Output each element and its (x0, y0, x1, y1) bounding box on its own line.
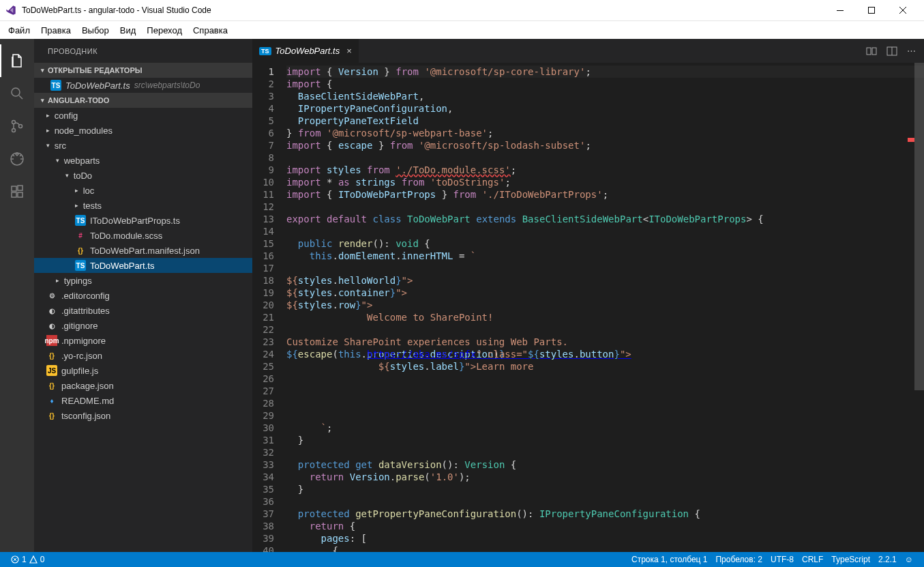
window-title: ToDoWebPart.ts - angular-todo - Visual S… (22, 5, 211, 15)
menubar: Файл Правка Выбор Вид Переход Справка (0, 20, 924, 39)
file-editorconfig[interactable]: ⚙.editorconfig (34, 288, 252, 303)
extensions-icon (9, 184, 25, 200)
vertical-scrollbar[interactable] (914, 63, 924, 552)
svg-rect-1 (869, 8, 875, 14)
svg-rect-11 (867, 48, 871, 55)
github-icon: ◐ (46, 320, 57, 331)
status-spaces[interactable]: Пробелов: 2 (711, 555, 766, 564)
svg-rect-9 (18, 192, 23, 197)
folder-tests[interactable]: ▸ tests (34, 198, 252, 213)
svg-rect-7 (12, 186, 16, 191)
line-numbers: 1234567891011121314151617181920212223242… (252, 63, 286, 552)
open-editors-header[interactable]: ▾ОТКРЫТЫЕ РЕДАКТОРЫ (34, 63, 252, 78)
overview-ruler[interactable] (908, 63, 914, 540)
svg-rect-10 (18, 186, 23, 190)
status-language[interactable]: TypeScript (827, 555, 874, 564)
compare-icon[interactable] (866, 46, 877, 57)
code-content[interactable]: import { Version } from '@microsoft/sp-c… (286, 63, 924, 552)
git-icon (9, 118, 25, 134)
ts-icon: TS (75, 215, 86, 226)
activity-explorer[interactable] (0, 44, 34, 77)
js-icon: JS (46, 365, 57, 376)
github-icon: ◐ (46, 305, 57, 316)
sidebar-title: ПРОВОДНИК (34, 39, 252, 63)
status-feedback[interactable]: ☺ (901, 555, 917, 564)
folder-typings[interactable]: ▸ typings (34, 273, 252, 288)
markdown-icon: ♦ (46, 395, 57, 406)
gear-icon: ⚙ (46, 290, 57, 301)
error-marker[interactable] (908, 138, 914, 142)
close-button[interactable] (887, 0, 919, 20)
debug-icon (9, 151, 25, 167)
ts-icon: TS (259, 47, 271, 55)
status-linecol[interactable]: Строка 1, столбец 1 (627, 555, 711, 564)
warning-icon (29, 555, 38, 564)
folder-loc[interactable]: ▸ loc (34, 183, 252, 198)
status-eol[interactable]: CRLF (798, 555, 827, 564)
menu-help[interactable]: Справка (188, 25, 233, 35)
file-gitattributes[interactable]: ◐.gitattributes (34, 303, 252, 318)
file-main[interactable]: TSToDoWebPart.ts (34, 258, 252, 273)
search-icon (9, 85, 25, 102)
file-gulpfile[interactable]: JSgulpfile.js (34, 363, 252, 378)
file-tsconfig[interactable]: {}tsconfig.json (34, 408, 252, 423)
menu-selection[interactable]: Выбор (76, 25, 115, 35)
svg-rect-8 (12, 192, 16, 197)
maximize-button[interactable] (856, 0, 887, 20)
file-gitignore[interactable]: ◐.gitignore (34, 318, 252, 333)
svg-rect-0 (837, 10, 844, 11)
folder-node-modules[interactable]: ▸ node_modules (34, 123, 252, 138)
activity-extensions[interactable] (0, 175, 34, 208)
tab-todowebpart[interactable]: TS ToDoWebPart.ts × (252, 39, 359, 63)
error-icon (11, 555, 19, 564)
svg-rect-12 (872, 48, 876, 55)
menu-edit[interactable]: Правка (35, 25, 76, 35)
more-icon[interactable]: ⋯ (907, 46, 916, 56)
ts-icon: TS (50, 80, 61, 91)
ts-icon: TS (75, 260, 86, 271)
svg-point-3 (12, 121, 16, 124)
json-icon: {} (46, 410, 57, 421)
explorer-sidebar: ПРОВОДНИК ▾ОТКРЫТЫЕ РЕДАКТОРЫ TS ToDoWeb… (34, 39, 252, 552)
folder-webparts[interactable]: ▾ webparts (34, 153, 252, 168)
folder-config[interactable]: ▸ config (34, 108, 252, 123)
status-bar: 1 0 Строка 1, столбец 1 Пробелов: 2 UTF-… (0, 552, 924, 567)
activity-scm[interactable] (0, 110, 34, 143)
activity-bar (0, 39, 34, 552)
file-package[interactable]: {}package.json (34, 378, 252, 393)
activity-search[interactable] (0, 77, 34, 110)
vscode-icon (5, 5, 16, 16)
svg-point-4 (12, 129, 16, 132)
status-encoding[interactable]: UTF-8 (766, 555, 798, 564)
file-scss[interactable]: #ToDo.module.scss (34, 228, 252, 243)
minimize-button[interactable] (824, 0, 856, 20)
menu-view[interactable]: Вид (115, 25, 142, 35)
scss-icon: # (75, 230, 86, 241)
code-editor[interactable]: 1234567891011121314151617181920212223242… (252, 63, 924, 552)
split-icon[interactable] (886, 46, 897, 57)
file-yorc[interactable]: {}.yo-rc.json (34, 348, 252, 363)
status-version[interactable]: 2.2.1 (874, 555, 901, 564)
menu-file[interactable]: Файл (3, 25, 35, 35)
file-readme[interactable]: ♦README.md (34, 393, 252, 408)
file-manifest[interactable]: {}ToDoWebPart.manifest.json (34, 243, 252, 258)
editor-tabs: TS ToDoWebPart.ts × ⋯ (252, 39, 924, 63)
json-icon: {} (46, 380, 57, 391)
json-icon: {} (46, 350, 57, 361)
editor-group: TS ToDoWebPart.ts × ⋯ 123456789101112131… (252, 39, 924, 552)
files-icon (9, 53, 25, 69)
open-editor-item[interactable]: TS ToDoWebPart.ts src\webparts\toDo (34, 78, 252, 93)
json-icon: {} (75, 245, 86, 256)
window-titlebar: ToDoWebPart.ts - angular-todo - Visual S… (0, 0, 924, 20)
menu-go[interactable]: Переход (141, 25, 188, 35)
status-problems[interactable]: 1 0 (7, 555, 48, 564)
close-icon[interactable]: × (346, 46, 352, 56)
file-props[interactable]: TSIToDoWebPartProps.ts (34, 213, 252, 228)
project-header[interactable]: ▾ANGULAR-TODO (34, 93, 252, 108)
file-npmignore[interactable]: npm.npmignore (34, 333, 252, 348)
scrollbar-thumb[interactable] (914, 63, 924, 390)
svg-point-2 (12, 88, 20, 96)
activity-debug[interactable] (0, 143, 34, 175)
folder-todo[interactable]: ▾ toDo (34, 168, 252, 183)
folder-src[interactable]: ▾ src (34, 138, 252, 153)
